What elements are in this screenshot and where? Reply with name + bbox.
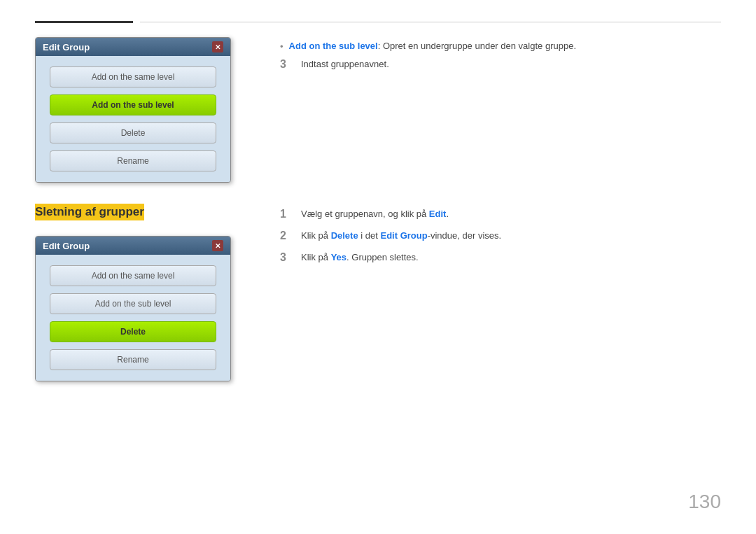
section1-bullet-text: Add on the sub level: Opret en undergrup… (289, 41, 576, 51)
bullet-dot: • (280, 41, 284, 52)
section1-step3-text: Indtast gruppenavnet. (301, 57, 721, 71)
section1-btn-delete[interactable]: Delete (50, 122, 216, 143)
section2-dialog-body: Add on the same level Add on the sub lev… (36, 255, 230, 381)
section2-title: Sletning af grupper (35, 204, 144, 220)
section2-step3-number: 3 (280, 251, 294, 265)
section1-bullet-rest: : Opret en undergruppe under den valgte … (378, 41, 576, 51)
section2-step3-suffix: . Gruppen slettes. (346, 252, 419, 262)
section1-step3: 3 Indtast gruppenavnet. (280, 57, 721, 72)
section2-dialog: Edit Group ✕ Add on the same level Add o… (35, 236, 231, 381)
top-divider-right (140, 22, 721, 22)
section1-dialog-body: Add on the same level Add on the sub lev… (36, 56, 230, 182)
section1-btn-sub-level[interactable]: Add on the sub level (50, 94, 216, 115)
top-divider (35, 21, 721, 23)
section2-btn-sub-level[interactable]: Add on the sub level (50, 293, 216, 314)
section1-bullet: • Add on the sub level: Opret en undergr… (280, 41, 721, 52)
section2-step1-prefix: Vælg et gruppenavn, og klik på (301, 209, 429, 219)
section2-step2-link2: Edit Group (380, 230, 427, 241)
section2-right: 1 Vælg et gruppenavn, og klik på Edit. 2… (280, 204, 721, 381)
section2-step2-suffix: -vindue, der vises. (428, 230, 502, 241)
section1-dialog-close[interactable]: ✕ (212, 41, 223, 52)
close-icon-2: ✕ (215, 242, 220, 250)
section2-step2: 2 Klik på Delete i det Edit Group-vindue… (280, 229, 721, 244)
section1-btn-same-level[interactable]: Add on the same level (50, 66, 216, 87)
section1-right: • Add on the sub level: Opret en undergr… (280, 37, 721, 183)
section2-step1-suffix: . (446, 209, 449, 219)
page-number: 130 (688, 491, 721, 513)
section1-dialog-title: Edit Group (43, 42, 90, 52)
section1-step3-number: 3 (280, 57, 294, 72)
section2-dialog-title: Edit Group (43, 241, 90, 251)
close-icon: ✕ (215, 43, 220, 51)
section1-dialog-titlebar: Edit Group ✕ (36, 38, 230, 56)
section2-dialog-close[interactable]: ✕ (212, 240, 223, 251)
section2-step1-link: Edit (429, 209, 447, 219)
section2-layout: Sletning af grupper Edit Group ✕ Add on … (35, 204, 721, 381)
section2-step2-mid: i det (358, 230, 381, 241)
section2-dialog-titlebar: Edit Group ✕ (36, 237, 230, 255)
section1-dialog: Edit Group ✕ Add on the same level Add o… (35, 37, 231, 183)
section2-step3: 3 Klik på Yes. Gruppen slettes. (280, 251, 721, 265)
section2-btn-delete[interactable]: Delete (50, 321, 216, 342)
section2-step2-prefix: Klik på (301, 230, 331, 241)
section2-left: Sletning af grupper Edit Group ✕ Add on … (35, 204, 259, 381)
section1-link-add-sub-level: Add on the sub level (289, 41, 378, 51)
section2-step1-text: Vælg et gruppenavn, og klik på Edit. (301, 207, 721, 221)
section2-step3-prefix: Klik på (301, 252, 331, 262)
section2-step2-number: 2 (280, 229, 294, 244)
section2-step1: 1 Vælg et gruppenavn, og klik på Edit. (280, 207, 721, 222)
top-divider-left (35, 21, 133, 23)
page-container: Edit Group ✕ Add on the same level Add o… (0, 0, 756, 534)
section1-btn-rename[interactable]: Rename (50, 150, 216, 171)
section2-step3-link: Yes (331, 252, 346, 262)
section1-layout: Edit Group ✕ Add on the same level Add o… (35, 37, 721, 183)
section2-btn-same-level[interactable]: Add on the same level (50, 265, 216, 286)
section2-step2-text: Klik på Delete i det Edit Group-vindue, … (301, 229, 721, 243)
section2-step3-text: Klik på Yes. Gruppen slettes. (301, 251, 721, 265)
section2-step2-link1: Delete (331, 230, 358, 241)
section2-btn-rename[interactable]: Rename (50, 349, 216, 370)
section2-two-col: Sletning af grupper Edit Group ✕ Add on … (35, 204, 721, 381)
section1-left: Edit Group ✕ Add on the same level Add o… (35, 37, 259, 183)
section2-step1-number: 1 (280, 207, 294, 222)
